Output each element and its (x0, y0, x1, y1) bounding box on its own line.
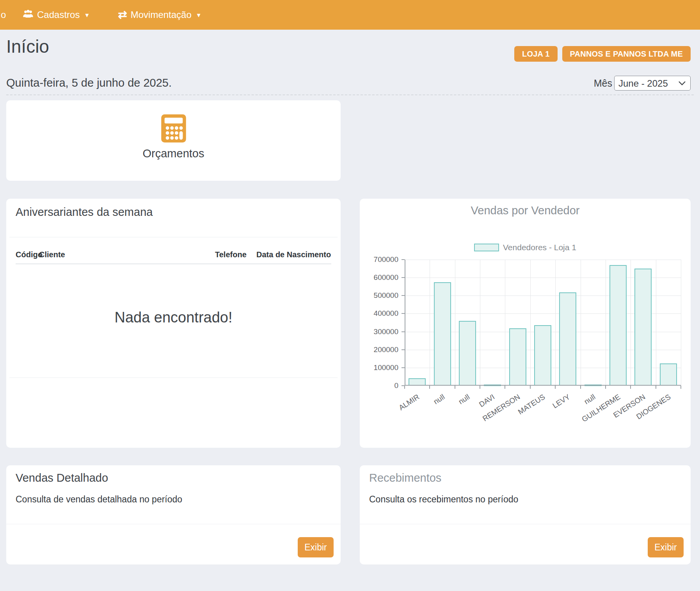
month-label: Mês (594, 78, 612, 89)
vendas-detalhado-description: Consulta de vendas detalhada no período (16, 494, 182, 505)
orcamentos-shortcut-card[interactable]: Orçamentos (6, 100, 341, 181)
x-tick (429, 386, 430, 389)
y-axis-label: 500000 (360, 291, 398, 300)
vendas-detalhado-title: Vendas Detalhado (16, 472, 108, 484)
sales-chart: 0100000200000300000400000500000600000700… (360, 199, 691, 448)
column-header-nascimento: Data de Nascimento (256, 250, 331, 259)
dashboard-page: o Cadastros ▼ ⇄ Movimentação ▼ Início (0, 0, 700, 591)
y-axis-label: 400000 (360, 309, 398, 318)
empty-table-message: Nada encontrado! (6, 309, 341, 326)
chevron-down-icon: ▼ (84, 12, 90, 18)
nav-item-label: Cadastros (37, 9, 80, 20)
store-badges: LOJA 1 PANNOS E PANNOS LTDA ME (514, 46, 691, 62)
divider (6, 524, 341, 524)
x-tick (555, 386, 556, 389)
y-axis-label: 100000 (360, 363, 398, 372)
y-tick (402, 367, 405, 368)
current-date-text: Quinta-feira, 5 de junho de 2025. (6, 77, 172, 89)
nav-item-movimentacao[interactable]: ⇄ Movimentação ▼ (118, 9, 201, 20)
nav-item-cadastros[interactable]: Cadastros ▼ (23, 9, 90, 20)
x-tick (505, 386, 505, 389)
recebimentos-exibir-button[interactable]: Exibir (648, 537, 684, 557)
divider (360, 524, 691, 524)
x-tick (630, 386, 631, 389)
column-header-telefone: Telefone (215, 250, 249, 259)
y-axis-label: 600000 (360, 273, 398, 282)
nav-overflow-item[interactable]: o (1, 9, 6, 20)
recebimentos-title: Recebimentos (369, 472, 441, 484)
x-tick (480, 386, 480, 389)
calculator-icon (161, 114, 186, 144)
x-tick (404, 386, 405, 389)
y-axis-label: 0 (360, 381, 398, 390)
chart-axes (405, 260, 681, 386)
column-header-codigo: Código (16, 250, 39, 259)
x-tick (605, 386, 606, 389)
birthdays-table-header: Código Cliente Telefone Data de Nascimen… (16, 246, 331, 264)
page-title: Início (6, 36, 49, 57)
recebimentos-card: Recebimentos Consulta os recebimentos no… (360, 465, 691, 564)
divider (9, 237, 338, 237)
y-tick (402, 259, 405, 260)
top-navbar: o Cadastros ▼ ⇄ Movimentação ▼ (0, 0, 700, 30)
birthdays-card: Aniversariantes da semana Código Cliente… (6, 199, 341, 448)
y-tick (402, 349, 405, 350)
gridline (681, 260, 681, 386)
column-header-cliente: Cliente (39, 250, 215, 259)
store-badge-button[interactable]: LOJA 1 (514, 46, 557, 62)
dashed-separator (6, 94, 694, 95)
users-icon (23, 9, 34, 20)
sales-chart-card: Vendas por Vendedor Vendedores - Loja 1 … (360, 199, 691, 448)
y-tick (402, 313, 405, 314)
chevron-down-icon: ▼ (196, 12, 202, 18)
x-tick (530, 386, 531, 389)
divider (9, 377, 338, 378)
nav-item-label: Movimentação (131, 9, 192, 20)
month-picker: Mês June - 2025 (594, 76, 691, 91)
orcamentos-label: Orçamentos (6, 147, 341, 160)
x-tick (455, 386, 455, 389)
vendas-detalhado-exibir-button[interactable]: Exibir (298, 537, 334, 557)
company-badge-button[interactable]: PANNOS E PANNOS LTDA ME (562, 46, 691, 62)
y-axis-label: 200000 (360, 345, 398, 354)
y-axis-label: 700000 (360, 255, 398, 264)
vendas-detalhado-card: Vendas Detalhado Consulta de vendas deta… (6, 465, 341, 564)
month-select[interactable]: June - 2025 (614, 76, 691, 91)
x-tick (680, 386, 681, 389)
exchange-icon: ⇄ (118, 9, 127, 20)
x-tick (580, 386, 581, 389)
recebimentos-description: Consulta os recebimentos no período (369, 494, 518, 505)
birthdays-card-title: Aniversariantes da semana (16, 206, 153, 219)
x-tick (656, 386, 656, 389)
y-tick (402, 331, 405, 332)
y-axis-label: 300000 (360, 328, 398, 336)
y-tick (402, 277, 405, 278)
y-tick (402, 295, 405, 296)
